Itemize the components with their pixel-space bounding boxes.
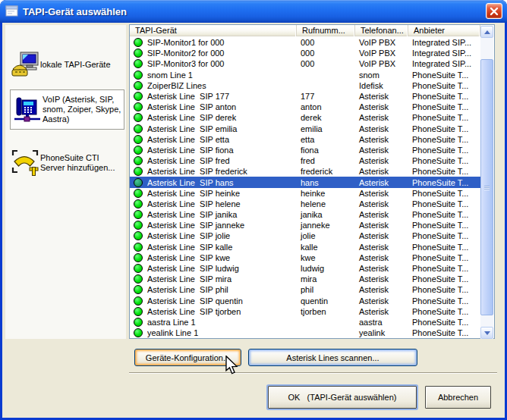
horizontal-divider <box>129 372 497 374</box>
cell-provider: PhoneSuite T... <box>408 252 480 263</box>
list-item[interactable]: Asterisk Line SIP janika janika Asterisk… <box>130 209 480 220</box>
list-item[interactable]: SIP-Monitor2 for 000 000 VoIP PBX Integr… <box>130 48 480 58</box>
cell-number: jolie <box>297 230 355 241</box>
list-item[interactable]: Asterisk Line SIP frederick frederick As… <box>130 166 480 177</box>
scrollbar-thumb[interactable] <box>480 59 493 315</box>
sidebar-item-local-tapi[interactable]: lokale TAPI-Geräte <box>10 48 122 81</box>
cell-device: Asterisk Line SIP jolie <box>147 230 297 241</box>
list-item[interactable]: Asterisk Line SIP janneke janneke Asteri… <box>130 220 480 230</box>
sidebar-item-voip[interactable]: VoIP (Asterisk, SIP, snom, Zoiper, Skype… <box>10 89 124 130</box>
list-item[interactable]: SIP-Monitor1 for 000 000 VoIP PBX Integr… <box>130 37 480 48</box>
list-item[interactable]: Asterisk Line SIP etta etta Asterisk Pho… <box>130 134 480 145</box>
green-status-icon <box>134 167 143 176</box>
thumb-grip <box>484 189 490 190</box>
arrow-up-icon <box>484 30 490 34</box>
cell-device: Asterisk Line SIP fred <box>147 155 297 166</box>
column-header-anbieter[interactable]: Anbieter <box>408 25 480 36</box>
cell-number: 177 <box>297 91 355 102</box>
list-item[interactable]: Asterisk Line SIP fiona fiona Asterisk P… <box>130 145 480 155</box>
green-status-icon <box>134 178 143 187</box>
cell-number: janika <box>297 209 355 220</box>
list-item[interactable]: ZoiperBIZ Lines Idefisk PhoneSuite T... <box>130 80 480 91</box>
cell-device: Asterisk Line SIP tjorben <box>147 306 297 317</box>
ok-button[interactable]: OK (TAPI-Gerät auswählen) <box>268 386 417 409</box>
thumb-grip <box>484 187 490 188</box>
vertical-scrollbar[interactable] <box>480 26 493 339</box>
cell-pbx: Asterisk <box>355 166 408 177</box>
cell-provider: PhoneSuite T... <box>408 124 480 134</box>
list-item[interactable]: Asterisk Line SIP kwe kwe Asterisk Phone… <box>130 252 480 263</box>
list-item[interactable]: Asterisk Line SIP mira mira Asterisk Pho… <box>130 274 480 284</box>
list-item[interactable]: Asterisk Line SIP 177 177 Asterisk Phone… <box>130 91 480 102</box>
list-item[interactable]: Asterisk Line SIP heinke heinke Asterisk… <box>130 188 480 199</box>
list-item[interactable]: Asterisk Line SIP derek derek Asterisk P… <box>130 112 480 123</box>
cancel-button[interactable]: Abbrechen <box>425 386 491 409</box>
cell-number: frederick <box>297 166 355 177</box>
column-header-rufnummer[interactable]: Rufnumm... <box>297 25 355 36</box>
list-item[interactable]: Asterisk Line SIP kalle kalle Asterisk P… <box>130 242 480 252</box>
list-item[interactable]: Asterisk Line SIP tjorben tjorben Asteri… <box>130 306 480 317</box>
window-icon <box>5 5 18 17</box>
scroll-down-button[interactable] <box>480 327 493 339</box>
column-header-tapi-geraet[interactable]: TAPI-Gerät <box>130 25 297 36</box>
green-status-icon <box>134 210 143 219</box>
cell-device: Asterisk Line SIP 177 <box>147 91 297 102</box>
cell-device: Asterisk Line SIP hans <box>147 177 297 188</box>
cell-pbx: Asterisk <box>355 284 408 295</box>
sidebar-item-cti-server[interactable]: PhoneSuite CTI Server hinzufügen... <box>10 146 122 180</box>
cell-provider: PhoneSuite T... <box>408 220 480 230</box>
cell-device: Asterisk Line SIP phil <box>147 284 297 295</box>
cell-pbx: Asterisk <box>355 112 408 123</box>
green-status-icon <box>134 124 143 133</box>
cell-device: Asterisk Line SIP anton <box>147 102 297 112</box>
close-button[interactable] <box>486 3 502 19</box>
cell-device: Asterisk Line SIP frederick <box>147 166 297 177</box>
cell-provider: PhoneSuite T... <box>408 328 480 338</box>
cell-pbx: Asterisk <box>355 306 408 317</box>
cell-pbx: Asterisk <box>355 199 408 209</box>
list-item[interactable]: snom Line 1 snom PhoneSuite T... <box>130 70 480 80</box>
list-item[interactable]: Asterisk Line SIP hans hans Asterisk Pho… <box>130 177 480 187</box>
list-item[interactable]: yealink Line 1 yealink PhoneSuite T... <box>130 328 480 338</box>
list-item[interactable]: Asterisk Line SIP jolie jolie Asterisk P… <box>130 230 480 241</box>
green-status-icon <box>134 221 143 230</box>
list-item[interactable]: Asterisk Line SIP fred fred Asterisk Pho… <box>130 155 480 166</box>
cell-provider: PhoneSuite T... <box>408 70 480 80</box>
list-item[interactable]: Asterisk Line SIP emilia emilia Asterisk… <box>130 124 480 134</box>
cell-provider: PhoneSuite T... <box>408 306 480 317</box>
green-status-icon <box>134 156 143 165</box>
device-configuration-button[interactable]: Geräte-Konfiguration... <box>134 349 241 366</box>
scroll-up-button[interactable] <box>480 26 493 38</box>
list-item[interactable]: Asterisk Line SIP anton anton Asterisk P… <box>130 102 480 112</box>
titlebar[interactable]: TAPI-Gerät auswählen <box>0 0 507 23</box>
list-item[interactable]: Asterisk Line SIP quentin quentin Asteri… <box>130 296 480 306</box>
cell-number: anton <box>297 102 355 112</box>
cell-provider: PhoneSuite T... <box>408 209 480 220</box>
list-item[interactable]: Asterisk Line SIP ludwig ludwig Asterisk… <box>130 263 480 274</box>
cell-device: yealink Line 1 <box>147 328 297 338</box>
list-header: TAPI-Gerät Rufnumm... Telefonan... Anbie… <box>130 25 480 36</box>
cell-number: hans <box>297 177 355 188</box>
green-status-icon <box>134 59 143 68</box>
cell-device: aastra Line 1 <box>147 317 297 328</box>
cell-pbx: Asterisk <box>355 145 408 155</box>
cell-number: heinke <box>297 188 355 199</box>
list-item[interactable]: Asterisk Line SIP helene helene Asterisk… <box>130 199 480 209</box>
list-rows: SIP-Monitor1 for 000 000 VoIP PBX Integr… <box>130 37 480 339</box>
green-status-icon <box>134 285 143 294</box>
column-header-telefonanlage[interactable]: Telefonan... <box>355 25 408 36</box>
cell-pbx: Asterisk <box>355 134 408 145</box>
list-item[interactable]: Asterisk Line SIP phil phil Asterisk Pho… <box>130 284 480 295</box>
cell-provider: PhoneSuite T... <box>408 145 480 155</box>
cell-device: Asterisk Line SIP fiona <box>147 145 297 155</box>
cell-pbx: Asterisk <box>355 242 408 252</box>
list-item[interactable]: SIP-Monitor3 for 000 000 VoIP PBX Integr… <box>130 58 480 69</box>
cell-provider: PhoneSuite T... <box>408 230 480 241</box>
cell-device: Asterisk Line SIP kwe <box>147 252 297 263</box>
green-status-icon <box>134 274 143 284</box>
cell-provider: PhoneSuite T... <box>408 188 480 199</box>
scan-asterisk-lines-button[interactable]: Asterisk Lines scannen... <box>248 349 417 366</box>
list-item[interactable]: aastra Line 1 aastra PhoneSuite T... <box>130 317 480 328</box>
cell-device: SIP-Monitor3 for 000 <box>147 58 297 69</box>
cell-number: kwe <box>297 252 355 263</box>
